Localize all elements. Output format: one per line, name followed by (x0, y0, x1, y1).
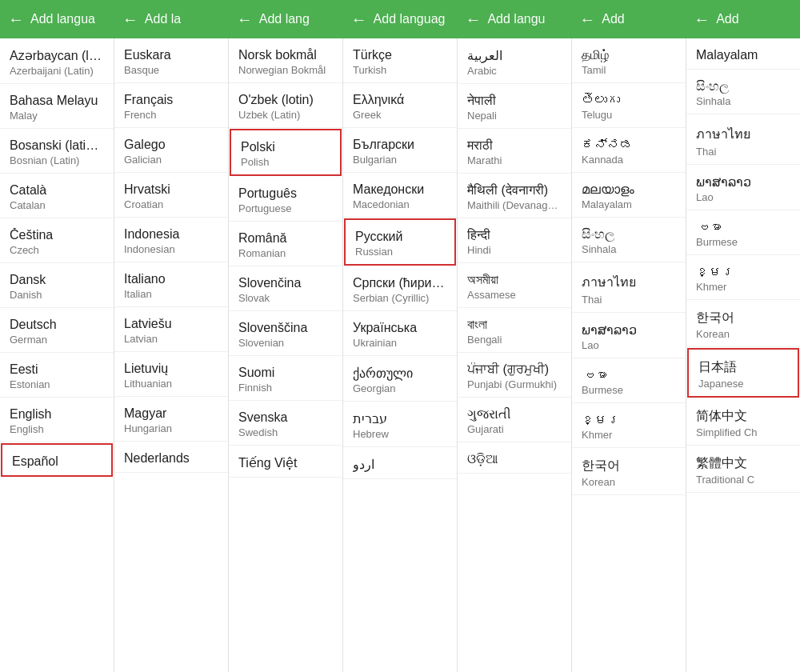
lang-item-6-2[interactable]: ภาษาไทยThai (686, 114, 800, 165)
lang-item-1-1[interactable]: FrançaisFrench (114, 83, 228, 128)
lang-item-6-4[interactable]: ဗမာBurmese (686, 210, 800, 255)
lang-item-2-5[interactable]: SlovenčinaSlovak (229, 266, 342, 311)
lang-item-1-8[interactable]: MagyarHungarian (114, 397, 228, 442)
lang-item-0-5[interactable]: DanskDanish (0, 263, 114, 308)
lang-item-2-9[interactable]: Tiếng Việt (229, 446, 342, 478)
lang-item-5-2[interactable]: ಕನ್ನಡKannada (572, 128, 686, 173)
lang-native-2-5: Slovenčina (238, 276, 333, 290)
back-arrow-4[interactable]: ← (465, 10, 481, 29)
header-cell-4[interactable]: ←Add langu (457, 0, 571, 38)
lang-item-5-0[interactable]: தமிழ்Tamil (572, 38, 686, 83)
lang-item-0-1[interactable]: Bahasa MelayuMalay (0, 84, 114, 129)
lang-native-3-3: Македонски (353, 182, 447, 197)
lang-english-2-4: Romanian (238, 247, 333, 259)
lang-item-2-2[interactable]: PolskiPolish (230, 129, 342, 176)
lang-item-3-1[interactable]: ΕλληνικάGreek (343, 83, 457, 128)
lang-item-3-7[interactable]: ქართულიGeorgian (343, 356, 457, 402)
lang-item-3-2[interactable]: БългарскиBulgarian (343, 128, 457, 173)
lang-item-4-2[interactable]: मराठीMarathi (458, 129, 571, 174)
lang-item-4-5[interactable]: অসমীয়াAssamese (458, 263, 571, 308)
lang-item-0-4[interactable]: ČeštinaCzech (0, 218, 114, 263)
lang-item-1-0[interactable]: EuskaraBasque (114, 38, 228, 83)
lang-item-5-8[interactable]: ខ្មែរKhmer (572, 403, 686, 448)
lang-item-2-0[interactable]: Norsk bokmålNorwegian Bokmål (229, 38, 342, 83)
lang-item-0-6[interactable]: DeutschGerman (0, 308, 114, 353)
lang-item-2-8[interactable]: SvenskaSwedish (229, 401, 342, 446)
lang-item-2-1[interactable]: O'zbek (lotin)Uzbek (Latin) (229, 83, 342, 128)
lang-english-5-5: Thai (582, 294, 676, 306)
header-label-3: Add languag (374, 12, 446, 26)
header-label-4: Add langu (487, 12, 545, 26)
lang-item-1-9[interactable]: Nederlands (114, 442, 228, 473)
lang-item-2-4[interactable]: RomânăRomanian (229, 222, 342, 266)
header-cell-1[interactable]: ←Add la (114, 0, 229, 38)
column-1: EuskaraBasqueFrançaisFrenchGalegoGalicia… (114, 38, 229, 672)
back-arrow-1[interactable]: ← (122, 10, 138, 29)
back-arrow-6[interactable]: ← (694, 10, 710, 29)
lang-native-4-0: العربية (467, 48, 562, 63)
lang-item-1-2[interactable]: GalegoGalician (114, 128, 228, 173)
header-cell-6[interactable]: ←Add (686, 0, 800, 38)
lang-item-4-7[interactable]: ਪੰਜਾਬੀ (ਗੁਰਮੁਖੀ)Punjabi (Gurmukhi) (458, 353, 571, 398)
header-cell-3[interactable]: ←Add languag (343, 0, 458, 38)
column-4: العربيةArabicनेपालीNepaliमराठीMarathiमैथ… (458, 38, 572, 672)
lang-item-6-8[interactable]: 简体中文Simplified Ch (686, 398, 800, 446)
lang-item-3-4[interactable]: РусскийRussian (344, 218, 456, 266)
lang-item-3-8[interactable]: עבריתHebrew (343, 402, 457, 447)
lang-item-5-4[interactable]: සිංහලSinhala (572, 218, 686, 262)
lang-item-4-8[interactable]: ગુજરાતીGujarati (458, 398, 571, 442)
lang-item-5-6[interactable]: ພາສາລາວLao (572, 313, 686, 358)
header-cell-2[interactable]: ←Add lang (229, 0, 343, 38)
lang-item-4-3[interactable]: मैथिली (देवनागरी)Maithili (Devanagari) (458, 174, 571, 218)
lang-item-1-4[interactable]: IndonesiaIndonesian (114, 218, 228, 262)
lang-english-6-8: Simplified Ch (696, 426, 790, 438)
lang-item-6-9[interactable]: 繁體中文Traditional C (686, 446, 800, 493)
lang-item-6-0[interactable]: Malayalam (686, 38, 800, 70)
lang-item-0-0[interactable]: Azərbaycan (latın)Azerbaijani (Latin) (0, 38, 114, 84)
lang-item-0-3[interactable]: CatalàCatalan (0, 174, 114, 218)
lang-item-6-6[interactable]: 한국어Korean (686, 300, 800, 347)
lang-item-2-6[interactable]: SlovenščinaSlovenian (229, 311, 342, 356)
lang-item-3-0[interactable]: TürkçeTurkish (343, 38, 457, 83)
lang-item-5-7[interactable]: ဗမာBurmese (572, 358, 686, 403)
back-arrow-5[interactable]: ← (579, 10, 595, 29)
back-arrow-0[interactable]: ← (8, 10, 24, 29)
lang-item-0-7[interactable]: EestiEstonian (0, 353, 114, 398)
lang-item-4-6[interactable]: বাংলাBengali (458, 308, 571, 353)
lang-item-0-8[interactable]: EnglishEnglish (0, 398, 114, 442)
lang-native-1-3: Hrvatski (124, 182, 218, 197)
lang-item-4-4[interactable]: हिन्दीHindi (458, 218, 571, 263)
lang-item-3-9[interactable]: اردو (343, 447, 457, 479)
lang-item-1-5[interactable]: ItalianoItalian (114, 262, 228, 307)
lang-item-4-1[interactable]: नेपालीNepali (458, 84, 571, 129)
lang-native-6-8: 简体中文 (696, 408, 790, 425)
lang-native-0-1: Bahasa Melayu (10, 94, 104, 108)
lang-item-3-3[interactable]: МакедонскиMacedonian (343, 173, 457, 218)
lang-item-3-5[interactable]: Српски (ћирилица)Serbian (Cyrillic) (343, 266, 457, 311)
lang-item-2-3[interactable]: PortuguêsPortuguese (229, 177, 342, 222)
lang-item-5-3[interactable]: മലയാളംMalayalam (572, 173, 686, 218)
lang-item-0-2[interactable]: Bosanski (latinica)Bosnian (Latin) (0, 129, 114, 174)
lang-item-4-9[interactable]: ଓଡ଼ିଆ (458, 442, 571, 474)
back-arrow-2[interactable]: ← (237, 10, 253, 29)
lang-item-6-1[interactable]: සිංහලSinhala (686, 70, 800, 114)
lang-item-6-5[interactable]: ខ្មែរKhmer (686, 255, 800, 300)
lang-item-5-1[interactable]: తెలుగుTelugu (572, 83, 686, 128)
lang-english-4-0: Arabic (467, 65, 562, 77)
lang-item-3-6[interactable]: УкраїнськаUkrainian (343, 311, 457, 356)
lang-item-4-0[interactable]: العربيةArabic (458, 38, 571, 84)
lang-item-5-5[interactable]: ภาษาไทยThai (572, 262, 686, 313)
lang-item-1-6[interactable]: LatviešuLatvian (114, 307, 228, 352)
header-label-6: Add (716, 12, 738, 26)
header-cell-0[interactable]: ←Add langua (0, 0, 114, 38)
lang-item-5-9[interactable]: 한국어Korean (572, 448, 686, 495)
lang-item-2-7[interactable]: SuomiFinnish (229, 356, 342, 401)
lang-item-0-9[interactable]: Español (1, 443, 113, 477)
lang-native-2-7: Suomi (238, 366, 333, 380)
back-arrow-3[interactable]: ← (351, 10, 367, 29)
lang-item-1-3[interactable]: HrvatskiCroatian (114, 173, 228, 218)
header-cell-5[interactable]: ←Add (571, 0, 686, 38)
lang-item-6-3[interactable]: ພາສາລາວLao (686, 165, 800, 210)
lang-item-1-7[interactable]: LietuviųLithuanian (114, 352, 228, 397)
lang-item-6-7[interactable]: 日本語Japanese (687, 348, 799, 398)
